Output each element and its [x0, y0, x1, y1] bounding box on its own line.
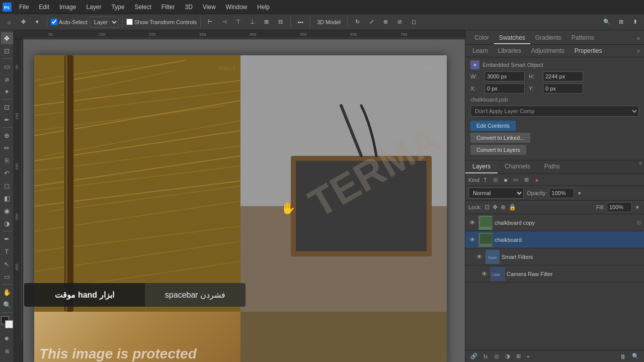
layer-item[interactable]: 👁 chalkboard	[465, 231, 644, 248]
search-btn[interactable]: 🔍	[601, 16, 613, 28]
menu-type[interactable]: Type	[106, 0, 129, 14]
marquee-tool[interactable]: ▭	[1, 60, 13, 72]
eyedropper-tool[interactable]: ✒	[1, 114, 13, 126]
filter-smartobj-btn[interactable]: ■	[502, 176, 510, 184]
screen-mode-btn[interactable]: ⊞	[1, 345, 13, 357]
shape-tool[interactable]: ▭	[1, 270, 13, 283]
x-input[interactable]	[485, 83, 525, 94]
add-layer-btn[interactable]: +	[525, 352, 532, 360]
lock-move-icon[interactable]: ✥	[493, 204, 498, 211]
h-input[interactable]	[543, 71, 583, 81]
home-button[interactable]: ⌂	[3, 16, 15, 28]
lock-pixels-icon[interactable]: ⊡	[485, 204, 490, 211]
lock-all-icon[interactable]: 🔒	[509, 204, 516, 211]
rotate-3d-btn[interactable]: ↻	[351, 16, 363, 28]
subtab-libraries[interactable]: Libraries	[495, 46, 524, 56]
background-color[interactable]	[5, 320, 13, 328]
filter-adj-btn[interactable]: ◎	[491, 175, 500, 184]
filter-shape-btn[interactable]: ▭	[511, 175, 520, 184]
artboard-tool[interactable]: ⊡	[1, 45, 13, 57]
subtab-properties[interactable]: Properties	[572, 46, 605, 56]
video-3d-btn[interactable]: ◻	[408, 16, 420, 28]
move-dropdown[interactable]: ▾	[31, 16, 43, 28]
menu-select[interactable]: Select	[129, 0, 156, 14]
align-right-btn[interactable]: ⊤	[232, 16, 245, 28]
link-layers-btn[interactable]: 🔗	[468, 352, 479, 360]
fill-input[interactable]	[607, 202, 632, 212]
hand-tool[interactable]: ✋	[1, 286, 13, 298]
layer-visibility-icon[interactable]: 👁	[475, 253, 484, 261]
zoom-tool[interactable]: 🔍	[1, 299, 13, 311]
y-input[interactable]	[543, 83, 583, 94]
quick-mask-tool[interactable]: ◉	[1, 332, 13, 344]
heal-tool[interactable]: ⊕	[1, 129, 13, 141]
show-transform-checkbox[interactable]: Show Transform Controls	[126, 19, 197, 25]
layers-list[interactable]: 👁 chalkboard copy ⊡ 👁 chalkboard	[465, 214, 644, 350]
lock-artboard-icon[interactable]: ⊕	[501, 204, 506, 211]
magic-wand-tool[interactable]: ✦	[1, 85, 13, 98]
align-bottom-btn[interactable]: ⊟	[275, 16, 287, 28]
tab-layers[interactable]: Layers	[465, 160, 498, 173]
layer-visibility-icon[interactable]: 👁	[468, 219, 476, 227]
menu-file[interactable]: File	[14, 0, 34, 14]
blur-tool[interactable]: ◉	[1, 205, 13, 217]
tab-gradients[interactable]: Gradients	[530, 32, 567, 44]
add-style-btn[interactable]: fx	[481, 352, 490, 360]
camera-3d-btn[interactable]: ⊘	[393, 16, 406, 28]
convert-linked-btn[interactable]: Convert to Linked...	[470, 133, 530, 143]
layer-item[interactable]: 👁 Smrt Smart Filters	[465, 248, 644, 265]
menu-window[interactable]: Window	[221, 0, 253, 14]
menu-3d[interactable]: 3D	[180, 0, 197, 14]
auto-select-checkbox[interactable]: Auto-Select	[51, 19, 88, 25]
opacity-dropdown[interactable]: ▾	[576, 189, 583, 198]
panel-collapse-icon[interactable]: ≡	[637, 36, 640, 41]
layers-panel-collapse[interactable]: ≡	[639, 160, 642, 173]
subtab-learn[interactable]: Learn	[469, 46, 491, 56]
history-brush-tool[interactable]: ↶	[1, 167, 13, 179]
arrange-btn[interactable]: ⊞	[615, 16, 627, 28]
add-adj-btn[interactable]: ◑	[503, 352, 512, 360]
filter-group-btn[interactable]: ⊞	[522, 175, 531, 184]
menu-image[interactable]: Image	[54, 0, 81, 14]
filter-smart-btn[interactable]: ●	[533, 176, 540, 184]
opacity-input[interactable]	[549, 188, 574, 198]
align-center-v-btn[interactable]: ⊞	[261, 16, 273, 28]
menu-edit[interactable]: Edit	[34, 0, 54, 14]
align-top-btn[interactable]: ⊥	[247, 16, 259, 28]
subtab-collapse-icon[interactable]: ≡	[637, 48, 640, 54]
menu-filter[interactable]: Filter	[156, 0, 180, 14]
layer-visibility-icon[interactable]: 👁	[468, 236, 476, 244]
lasso-tool[interactable]: ⌀	[1, 73, 13, 85]
move-tool-btn[interactable]: ✥	[17, 16, 29, 28]
gradient-tool[interactable]: ◧	[1, 192, 13, 204]
convert-layers-btn[interactable]: Convert to Layers	[470, 145, 526, 155]
brush-tool[interactable]: ✏	[1, 142, 13, 154]
w-input[interactable]	[485, 71, 525, 81]
eraser-tool[interactable]: ◻	[1, 179, 13, 192]
add-group-btn[interactable]: ⊞	[514, 352, 523, 360]
tab-paths[interactable]: Paths	[537, 160, 567, 173]
share-btn[interactable]: ⬆	[629, 16, 641, 28]
menu-layer[interactable]: Layer	[81, 0, 106, 14]
edit-contents-btn[interactable]: Edit Contents	[470, 121, 516, 131]
zoom-3d-btn[interactable]: ⊕	[379, 16, 391, 28]
blend-mode-select[interactable]: Normal	[468, 188, 524, 199]
layer-select[interactable]: Layer	[90, 17, 119, 28]
align-center-h-btn[interactable]: ⊣	[218, 16, 230, 28]
layer-comp-select[interactable]: Don't Apply Layer Comp	[470, 106, 639, 117]
dodge-tool[interactable]: ◑	[1, 217, 13, 229]
tab-swatches[interactable]: Swatches	[494, 32, 530, 44]
pen-tool[interactable]: ✒	[1, 233, 13, 245]
subtab-adjustments[interactable]: Adjustments	[528, 46, 568, 56]
menu-view[interactable]: View	[198, 0, 221, 14]
pan-3d-btn[interactable]: ⤢	[365, 16, 377, 28]
align-left-btn[interactable]: ⊢	[204, 16, 216, 28]
tab-channels[interactable]: Channels	[498, 160, 537, 173]
color-boxes[interactable]	[1, 316, 13, 328]
filter-type-btn[interactable]: T	[481, 176, 489, 184]
canvas-area[interactable]: 50 150 250 350 450 550 650 750 50 150 25…	[14, 30, 465, 362]
more-options-btn[interactable]: •••	[294, 16, 306, 28]
search-layers-btn[interactable]: 🔍	[630, 352, 641, 360]
fill-dropdown[interactable]: ▾	[634, 203, 641, 212]
tab-color[interactable]: Color	[469, 32, 494, 44]
